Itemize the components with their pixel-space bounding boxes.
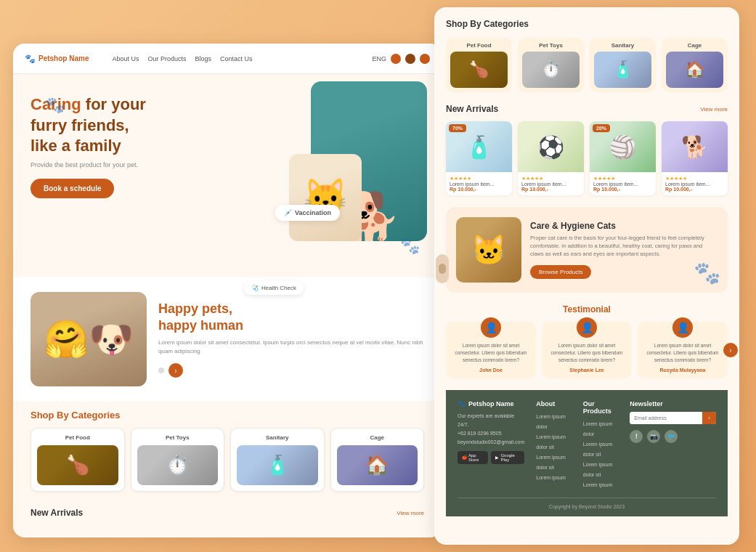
stars-0: ★★★★★: [450, 176, 508, 182]
right-cat-food-img: 🍗: [450, 52, 508, 88]
category-card-food[interactable]: Pet Food 🍗: [31, 428, 125, 492]
newsletter-submit-button[interactable]: ›: [702, 412, 716, 424]
care-paw-decoration: 🐾: [694, 260, 720, 285]
testi-text-1: Lorem ipsum dolor sit amet consectetur. …: [548, 342, 626, 363]
arrival-name-3: Lorem ipsum item...: [665, 182, 724, 187]
right-arrivals-header: New Arrivals View more: [446, 104, 728, 114]
healthcheck-badge[interactable]: 🩺 Health Check: [244, 281, 304, 295]
footer-product-link-3[interactable]: Lorem ipsum: [583, 480, 619, 490]
nav-products[interactable]: Our Products: [148, 55, 187, 62]
footer-logo: 🐾 Petshop Name: [458, 400, 524, 407]
right-category-grid: Pet Food 🍗 Pet Toys ⏱️ Sanitary 🧴 Cage 🏠: [446, 38, 728, 92]
playstore-badge[interactable]: ▶ Google Play: [491, 451, 524, 464]
footer-about-link-1[interactable]: Lorem ipsum dolor sit: [536, 432, 572, 452]
testi-name-2: Rusyda Mulayyana: [643, 368, 722, 373]
arrival-info-1: ★★★★★ Lorem ipsum item... Rp 10.000,-: [518, 172, 584, 195]
footer-product-link-2[interactable]: Lorem ipsum dolor sit: [583, 460, 619, 480]
right-view-more[interactable]: View more: [700, 106, 728, 113]
right-cat-sanitary-img: 🧴: [594, 52, 651, 88]
testi-text-2: Lorem ipsum dolor sit amet consectetur. …: [643, 342, 722, 363]
arrival-card-2[interactable]: 20% 🏐 ★★★★★ Lorem ipsum item... Rp 10.00…: [590, 121, 656, 195]
user-icon[interactable]: [420, 54, 430, 64]
happy-text: Happy pets, happy human Lorem ipsum dolo…: [158, 301, 424, 378]
new-arrivals-left-section: New Arrivals View more: [13, 500, 442, 529]
healthcheck-label: Health Check: [261, 285, 296, 291]
footer-product-link-0[interactable]: Lorem ipsum dolor: [583, 419, 619, 439]
nav-about[interactable]: About Us: [112, 55, 139, 62]
navbar: 🐾 Petshop Name About Us Our Products Blo…: [13, 44, 442, 74]
footer-products-links: Lorem ipsum dolor Lorem ipsum dolor sit …: [583, 419, 619, 490]
arrival-card-1[interactable]: ⚽ ★★★★★ Lorem ipsum item... Rp 10.000,-: [518, 121, 584, 195]
carousel-next-button[interactable]: ›: [168, 363, 183, 378]
category-card-cage[interactable]: Cage 🏠: [330, 428, 425, 492]
shop-categories-section: Shop By Categories Pet Food 🍗 Pet Toys ⏱…: [13, 401, 442, 500]
apple-icon: 🍎: [462, 455, 467, 460]
facebook-icon[interactable]: f: [630, 430, 643, 443]
right-cat-cage[interactable]: Cage 🏠: [662, 38, 728, 92]
search-icon[interactable]: [391, 54, 401, 64]
nav-contact[interactable]: Contact Us: [220, 55, 253, 62]
care-title: Care & Hygiene Cats: [530, 221, 718, 231]
browse-products-button[interactable]: Browse Products: [530, 265, 591, 279]
category-sanitary-name: Sanitary: [237, 434, 318, 441]
scroll-thumb: [439, 264, 446, 274]
stars-2: ★★★★★: [593, 176, 652, 182]
right-shop-title: Shop By Categories: [446, 19, 728, 29]
cart-icon[interactable]: [405, 54, 415, 64]
appstore-label: App Store: [468, 453, 484, 462]
left-panel: 🐾 Petshop Name About Us Our Products Blo…: [13, 44, 442, 537]
arrival-card-3[interactable]: 🐕 ★★★★★ Lorem ipsum item... Rp 10.000,-: [662, 121, 728, 195]
footer-about-link-2[interactable]: Lorem ipsum dolor sit: [536, 452, 572, 473]
care-description: Proper cat care is the basis for your fo…: [530, 234, 718, 259]
book-schedule-button[interactable]: Book a schedule: [31, 179, 114, 198]
category-card-toys[interactable]: Pet Toys ⏱️: [131, 428, 225, 492]
playstore-label: Google Play: [500, 453, 520, 462]
testimonial-next-button[interactable]: ›: [723, 343, 738, 357]
twitter-icon[interactable]: 🐦: [664, 430, 678, 443]
category-card-sanitary[interactable]: Sanitary 🧴: [230, 428, 325, 492]
right-cat-food[interactable]: Pet Food 🍗: [446, 38, 512, 92]
vaccination-badge[interactable]: 💉 Vaccination: [275, 205, 340, 221]
nav-blogs[interactable]: Blogs: [195, 55, 212, 62]
right-arrivals-title: New Arrivals: [446, 104, 498, 114]
play-icon: ▶: [495, 455, 499, 460]
footer-logo-text: Petshop Name: [468, 400, 514, 407]
right-panel: Shop By Categories Pet Food 🍗 Pet Toys ⏱…: [434, 7, 739, 545]
footer-paw-icon: 🐾: [458, 400, 466, 407]
footer-copyright: Copyright by Beyond Studio 2023: [458, 498, 716, 509]
category-toys-name: Pet Toys: [137, 434, 219, 441]
happy-description: Lorem ipsum dolor sit amet consectetur. …: [158, 338, 424, 356]
stethoscope-icon: 🩺: [251, 285, 259, 291]
category-grid: Pet Food 🍗 Pet Toys ⏱️ Sanitary 🧴 Cage 🏠: [31, 428, 424, 492]
arrival-card-0[interactable]: 70% 🧴 ★★★★★ Lorem ipsum item... Rp 10.00…: [446, 121, 512, 195]
view-more-link[interactable]: View more: [397, 510, 424, 516]
stars-3: ★★★★★: [665, 176, 724, 182]
right-content: Shop By Categories Pet Food 🍗 Pet Toys ⏱…: [434, 7, 739, 528]
right-cat-toys[interactable]: Pet Toys ⏱️: [518, 38, 584, 92]
footer-newsletter-heading: Newsletter: [630, 400, 716, 407]
carousel-dot-1[interactable]: [158, 368, 164, 373]
arrival-info-2: ★★★★★ Lorem ipsum item... Rp 10.000,-: [590, 172, 656, 195]
newsletter-input-wrap: ›: [630, 412, 716, 424]
footer-product-link-1[interactable]: Lorem ipsum dolor sit: [583, 439, 619, 460]
footer-about-link-0[interactable]: Lorem ipsum dolor: [536, 412, 572, 432]
care-section: 🐱 Care & Hygiene Cats Proper cat care is…: [446, 207, 728, 293]
arrival-name-1: Lorem ipsum item...: [521, 182, 580, 187]
right-cat-cage-img: 🏠: [666, 52, 723, 88]
newsletter-input[interactable]: [630, 412, 702, 424]
paw-icon: 🐾: [25, 54, 36, 64]
footer-tagline: Our experts are available 24/7.: [458, 412, 524, 429]
footer-about-link-3[interactable]: Lorem ipsum: [536, 473, 572, 483]
cat-image: 🐱: [289, 154, 362, 241]
arrival-price-0: Rp 10.000,-: [450, 187, 508, 192]
arrival-name-2: Lorem ipsum item...: [593, 182, 652, 187]
navbar-logo[interactable]: 🐾 Petshop Name: [25, 54, 89, 64]
arrival-price-3: Rp 10.000,-: [665, 187, 724, 192]
care-cat-image: 🐱: [456, 217, 521, 283]
appstore-badge[interactable]: 🍎 App Store: [458, 451, 488, 464]
hero-subtitle: Provide the best product for your pet.: [31, 161, 190, 169]
navbar-links: About Us Our Products Blogs Contact Us: [112, 55, 360, 62]
right-cat-sanitary[interactable]: Sanitary 🧴: [590, 38, 656, 92]
lang-selector[interactable]: ENG: [372, 55, 386, 62]
instagram-icon[interactable]: 📷: [647, 430, 660, 443]
